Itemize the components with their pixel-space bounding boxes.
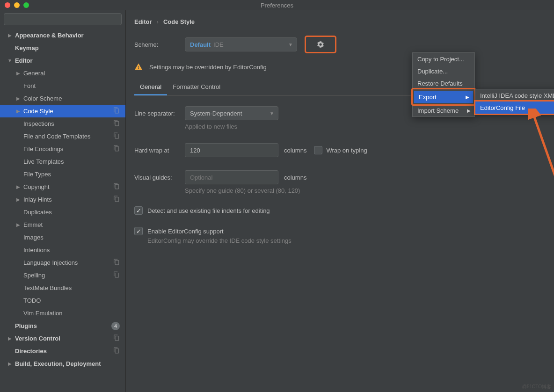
menu-restore-defaults[interactable]: Restore Defaults: [413, 77, 474, 89]
line-separator-hint: Applied to new files: [134, 123, 546, 130]
project-scope-icon: [113, 145, 120, 153]
sidebar-item-images[interactable]: Images: [0, 231, 125, 244]
sidebar-item-inspections[interactable]: Inspections: [0, 117, 125, 130]
export-intellij-xml[interactable]: IntelliJ IDEA code style XML: [475, 89, 554, 102]
sidebar-item-keymap[interactable]: Keymap: [0, 42, 125, 54]
sidebar-item-label: File Types: [23, 171, 51, 178]
visual-guides-label: Visual guides:: [134, 174, 185, 181]
enable-editorconfig-hint: EditorConfig may override the IDE code s…: [147, 237, 546, 244]
sidebar-item-file-types[interactable]: File Types: [0, 168, 125, 181]
sidebar-item-label: Duplicates: [23, 209, 52, 216]
sidebar-item-general[interactable]: ▶General: [0, 67, 125, 80]
sidebar-item-version-control[interactable]: ▶Version Control: [0, 332, 125, 345]
project-scope-icon: [113, 259, 120, 267]
sidebar-item-label: TODO: [23, 297, 41, 304]
warning-icon: [134, 63, 143, 71]
sidebar-item-appearance-behavior[interactable]: ▶Appearance & Behavior: [0, 29, 125, 42]
sidebar-item-label: Copyright: [23, 183, 50, 190]
sidebar-item-language-injections[interactable]: Language Injections: [0, 256, 125, 269]
sidebar-item-label: Font: [23, 82, 36, 89]
sidebar-item-build-execution-deployment[interactable]: ▶Build, Execution, Deployment: [0, 357, 125, 370]
line-separator-value: System-Dependent: [190, 110, 242, 117]
sidebar-item-label: Inlay Hints: [23, 196, 52, 203]
breadcrumb-root[interactable]: Editor: [134, 18, 152, 25]
visual-guides-input[interactable]: [185, 170, 278, 184]
sidebar-item-file-and-code-templates[interactable]: File and Code Templates: [0, 130, 125, 143]
sidebar-item-todo[interactable]: TODO: [0, 294, 125, 307]
line-separator-label: Line separator:: [134, 110, 185, 117]
sidebar-item-plugins[interactable]: Plugins4: [0, 319, 125, 332]
sidebar-item-duplicates[interactable]: Duplicates: [0, 206, 125, 218]
scheme-secondary: IDE: [213, 41, 224, 48]
chevron-right-icon: ▶: [15, 222, 22, 227]
sidebar-item-vim-emulation[interactable]: Vim Emulation: [0, 307, 125, 319]
project-scope-icon: [113, 183, 120, 191]
scheme-actions-gear-button[interactable]: [305, 36, 336, 53]
menu-import-scheme-label: Import Scheme: [417, 107, 459, 114]
sidebar-item-spelling[interactable]: Spelling: [0, 269, 125, 282]
line-separator-select[interactable]: System-Dependent ▼: [185, 106, 278, 120]
sidebar-item-label: Directories: [15, 348, 47, 355]
sidebar-item-editor[interactable]: ▼Editor: [0, 54, 125, 67]
editorconfig-warning: Settings may be overridden by EditorConf…: [134, 63, 546, 71]
sidebar-item-copyright[interactable]: ▶Copyright: [0, 181, 125, 193]
sidebar-item-inlay-hints[interactable]: ▶Inlay Hints: [0, 193, 125, 206]
chevron-right-icon: ▶: [7, 336, 13, 341]
sidebar-item-label: Build, Execution, Deployment: [15, 360, 101, 367]
breadcrumb-separator: ›: [157, 18, 159, 25]
detect-indents-checkbox[interactable]: [134, 206, 143, 215]
preferences-search-input[interactable]: [4, 13, 122, 25]
sidebar-item-label: Version Control: [15, 335, 60, 342]
menu-duplicate[interactable]: Duplicate...: [413, 65, 474, 77]
sidebar-item-font[interactable]: Font: [0, 80, 125, 92]
hard-wrap-input[interactable]: [185, 143, 278, 157]
sidebar-item-emmet[interactable]: ▶Emmet: [0, 218, 125, 231]
chevron-down-icon: ▼: [7, 58, 13, 63]
window-close-button[interactable]: [5, 2, 10, 8]
wrap-on-typing-checkbox[interactable]: [314, 146, 322, 154]
visual-guides-hint: Specify one guide (80) or several (80, 1…: [134, 187, 546, 194]
export-submenu: IntelliJ IDEA code style XML EditorConfi…: [475, 89, 554, 114]
sidebar-item-label: Keymap: [15, 44, 39, 51]
update-count-badge: 4: [111, 322, 120, 330]
sidebar-item-label: Inspections: [23, 120, 54, 127]
project-scope-icon: [113, 107, 120, 115]
menu-import-scheme[interactable]: Import Scheme ▶: [413, 104, 474, 116]
sidebar-item-textmate-bundles[interactable]: TextMate Bundles: [0, 282, 125, 294]
columns-label-2: columns: [284, 174, 306, 181]
tab-formatter-control[interactable]: Formatter Control: [167, 80, 226, 95]
sidebar-item-color-scheme[interactable]: ▶Color Scheme: [0, 92, 125, 105]
submenu-arrow-icon: ▶: [466, 94, 469, 100]
preferences-tree: ▶Appearance & BehaviorKeymap▼Editor▶Gene…: [0, 28, 125, 392]
sidebar-item-code-style[interactable]: ▶Code Style: [0, 105, 125, 117]
warning-text: Settings may be overridden by EditorConf…: [149, 64, 267, 71]
watermark: @51CTO博客: [522, 384, 551, 390]
menu-export-label: Export: [419, 94, 437, 101]
sidebar-item-label: Images: [23, 234, 44, 241]
enable-editorconfig-checkbox[interactable]: [134, 227, 143, 235]
menu-export[interactable]: Export ▶: [414, 91, 473, 103]
project-scope-icon: [113, 196, 120, 203]
menu-copy-to-project[interactable]: Copy to Project...: [413, 53, 474, 65]
tab-general[interactable]: General: [134, 80, 167, 95]
sidebar-item-label: Spelling: [23, 272, 45, 279]
sidebar-item-label: File and Code Templates: [23, 133, 91, 140]
project-scope-icon: [113, 271, 120, 279]
scheme-select[interactable]: Default IDE ▼: [185, 37, 297, 51]
sidebar-item-intentions[interactable]: Intentions: [0, 244, 125, 256]
sidebar-item-label: Editor: [15, 57, 33, 64]
chevron-right-icon: ▶: [15, 71, 22, 76]
scheme-primary: Default: [190, 41, 211, 48]
breadcrumb: Editor › Code Style: [134, 15, 546, 28]
sidebar-item-label: Intentions: [23, 247, 50, 254]
window-minimize-button[interactable]: [14, 2, 20, 8]
window-maximize-button[interactable]: [23, 2, 29, 8]
sidebar-item-live-templates[interactable]: Live Templates: [0, 155, 125, 168]
sidebar-item-directories[interactable]: Directories: [0, 345, 125, 357]
export-editorconfig-file[interactable]: EditorConfig File: [475, 102, 554, 114]
sidebar-item-label: General: [23, 70, 45, 77]
sidebar-item-file-encodings[interactable]: File Encodings: [0, 143, 125, 155]
sidebar-item-label: TextMate Bundles: [23, 284, 72, 291]
sidebar-item-label: Live Templates: [23, 158, 64, 165]
sidebar-item-label: Language Injections: [23, 259, 78, 266]
